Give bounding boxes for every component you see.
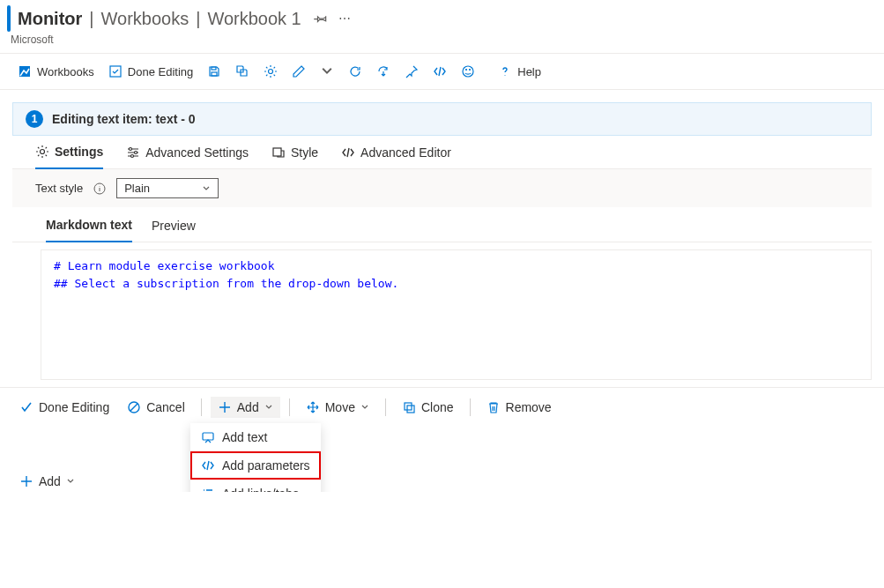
chevron-down-icon (320, 64, 334, 78)
save-icon (207, 64, 221, 78)
text-style-value: Plain (124, 182, 150, 195)
cancel-label: Cancel (146, 400, 185, 414)
svg-point-10 (135, 151, 137, 153)
edit-dropdown[interactable] (315, 61, 339, 82)
done-editing-label: Done Editing (128, 65, 193, 78)
share-icon (376, 64, 390, 78)
subtitle: Microsoft (11, 33, 872, 46)
workbooks-label: Workbooks (37, 65, 94, 78)
pin-icon (405, 64, 419, 78)
refresh-icon (348, 64, 362, 78)
share-button[interactable] (371, 61, 396, 82)
add-parameters-item[interactable]: Add parameters (190, 451, 321, 480)
svg-rect-17 (203, 433, 213, 440)
move-button[interactable]: Move (299, 397, 376, 418)
add-links-item[interactable]: Add links/tabs (190, 480, 321, 492)
add-text-item[interactable]: Add text (190, 423, 321, 451)
tab-adv-settings-label: Advanced Settings (145, 145, 249, 160)
page-header: Monitor | Workbooks | Workbook 1 ⋯ Micro… (0, 0, 884, 54)
breadcrumb: Monitor | Workbooks | Workbook 1 ⋯ (7, 5, 872, 32)
cancel-icon (127, 400, 141, 414)
tab-preview[interactable]: Preview (152, 219, 196, 242)
help-label: Help (517, 65, 541, 78)
chevron-down-icon (360, 403, 369, 412)
chevron-down-icon (66, 477, 75, 486)
info-icon[interactable] (93, 182, 106, 195)
markdown-editor[interactable]: # Learn module exercise workbook ## Sele… (41, 249, 872, 380)
clone-button[interactable]: Clone (395, 397, 461, 418)
svg-rect-15 (405, 403, 412, 410)
chevron-down-icon (264, 403, 273, 412)
feedback-button[interactable] (456, 61, 480, 82)
breadcrumb-separator: | (196, 9, 200, 29)
settings-button[interactable] (258, 61, 283, 82)
svg-point-6 (466, 70, 467, 71)
remove-button[interactable]: Remove (479, 397, 559, 418)
divider (385, 398, 386, 416)
style-icon (271, 145, 286, 160)
chevron-down-icon (202, 184, 211, 193)
help-button[interactable]: Help (493, 61, 546, 82)
add-parameters-label: Add parameters (222, 458, 310, 473)
editor-line: ## Select a subscription from the drop-d… (54, 275, 858, 293)
text-style-select[interactable]: Plain (116, 178, 219, 198)
save-as-button[interactable] (230, 61, 255, 82)
refresh-button[interactable] (343, 61, 368, 82)
pin-icon[interactable] (314, 11, 328, 26)
page-title: Monitor (18, 9, 82, 29)
banner-text: Editing text item: text - 0 (52, 112, 196, 126)
svg-rect-12 (273, 148, 281, 156)
code-icon (201, 458, 215, 473)
tab-markdown[interactable]: Markdown text (46, 218, 132, 242)
tab-advanced-settings[interactable]: Advanced Settings (126, 145, 249, 168)
code-icon (433, 64, 447, 78)
code-icon (341, 145, 355, 160)
breadcrumb-current: Workbook 1 (207, 9, 301, 29)
done-editing-label: Done Editing (39, 400, 109, 414)
gear-icon (35, 145, 49, 159)
svg-point-8 (41, 150, 45, 154)
footer-add-button[interactable]: Add (12, 471, 884, 492)
save-button[interactable] (202, 61, 227, 82)
svg-point-11 (131, 154, 134, 157)
edit-button[interactable] (286, 61, 311, 82)
pin-button[interactable] (399, 61, 424, 82)
sliders-icon (126, 145, 140, 160)
more-icon[interactable]: ⋯ (338, 11, 352, 26)
svg-rect-2 (212, 67, 216, 70)
help-icon (498, 64, 512, 78)
command-bar: Workbooks Done Editing Help (0, 54, 884, 90)
add-links-label: Add links/tabs (222, 487, 299, 492)
add-button[interactable]: Add (211, 397, 280, 418)
tab-advanced-editor[interactable]: Advanced Editor (341, 145, 451, 168)
done-editing-button[interactable]: Done Editing (12, 397, 116, 418)
breadcrumb-workbooks[interactable]: Workbooks (101, 9, 189, 29)
add-text-label: Add text (222, 430, 267, 444)
svg-point-9 (130, 147, 132, 150)
svg-point-4 (269, 70, 273, 74)
divider (201, 398, 202, 416)
remove-label: Remove (506, 400, 552, 414)
tab-adv-editor-label: Advanced Editor (360, 145, 451, 160)
pencil-icon (292, 64, 306, 78)
accent-bar (7, 5, 11, 32)
tab-settings[interactable]: Settings (35, 145, 103, 169)
svg-rect-16 (407, 406, 414, 413)
check-icon (19, 400, 33, 414)
code-button[interactable] (427, 61, 452, 82)
clone-icon (402, 400, 416, 414)
plus-icon (218, 400, 232, 414)
add-dropdown: Add text Add parameters Add links/tabs A… (190, 423, 321, 492)
smiley-icon (461, 64, 475, 78)
divider (470, 398, 471, 416)
text-icon (201, 430, 215, 444)
cancel-button[interactable]: Cancel (120, 397, 192, 418)
editing-banner: 1 Editing text item: text - 0 (12, 102, 872, 136)
workbooks-button[interactable]: Workbooks (12, 61, 100, 82)
tab-style[interactable]: Style (271, 145, 318, 168)
svg-point-7 (470, 70, 471, 71)
tab-style-label: Style (291, 145, 318, 160)
clone-label: Clone (421, 400, 454, 414)
done-editing-button[interactable]: Done Editing (103, 61, 198, 82)
editor-tabs: Settings Advanced Settings Style Advance… (12, 136, 872, 169)
